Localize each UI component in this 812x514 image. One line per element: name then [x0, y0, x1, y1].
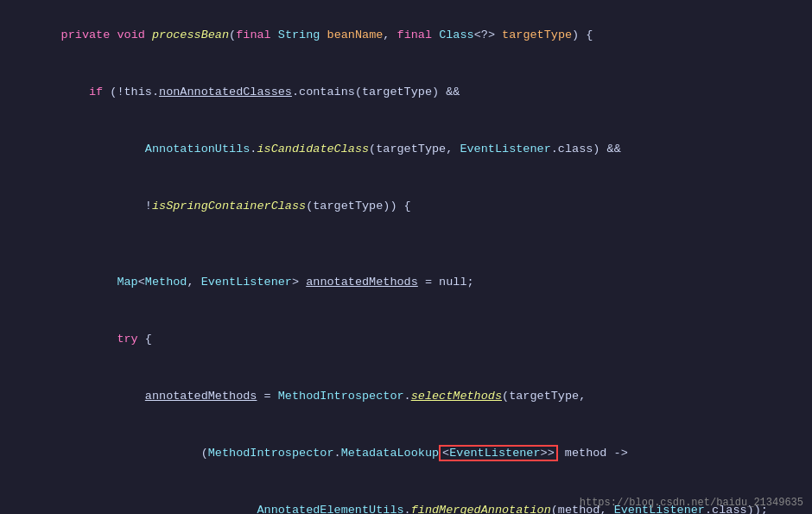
code-content-4: !isSpringContainerClass(targetType)) {	[19, 178, 803, 235]
code-line-7: try {	[0, 311, 812, 368]
code-content-9: (MethodIntrospector.MetadataLookup<Event…	[19, 425, 803, 482]
code-content-8: annotatedMethods = MethodIntrospector.se…	[19, 368, 803, 425]
code-content-2: if (!this.nonAnnotatedClasses.contains(t…	[19, 64, 803, 121]
code-line-2: if (!this.nonAnnotatedClasses.contains(t…	[0, 64, 812, 121]
url-bar: https://blog.csdn.net/baidu_21349635	[580, 497, 803, 509]
code-content-5	[19, 235, 803, 254]
code-line-6: Map<Method, EventListener> annotatedMeth…	[0, 254, 812, 311]
code-content-1: private void processBean(final String be…	[19, 7, 803, 64]
code-line-4: !isSpringContainerClass(targetType)) {	[0, 178, 812, 235]
code-line-9: (MethodIntrospector.MetadataLookup<Event…	[0, 425, 812, 482]
code-line-5	[0, 235, 812, 254]
code-line-8: annotatedMethods = MethodIntrospector.se…	[0, 368, 812, 425]
code-line-1: private void processBean(final String be…	[0, 7, 812, 64]
code-content-3: AnnotationUtils.isCandidateClass(targetT…	[19, 121, 803, 178]
code-content-7: try {	[19, 311, 803, 368]
code-editor: private void processBean(final String be…	[0, 0, 812, 514]
code-line-3: AnnotationUtils.isCandidateClass(targetT…	[0, 121, 812, 178]
code-content-6: Map<Method, EventListener> annotatedMeth…	[19, 254, 803, 311]
